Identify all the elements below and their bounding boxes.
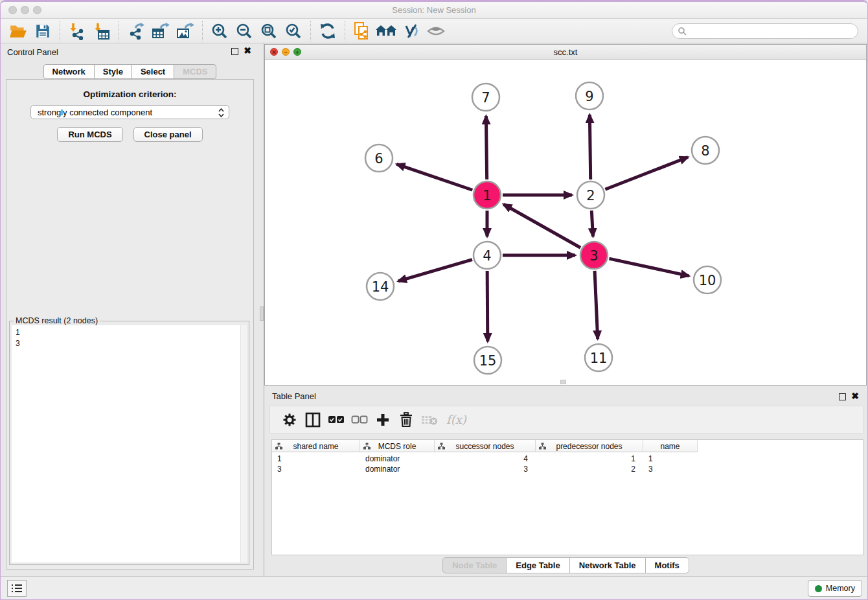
table-cell[interactable]: 1 xyxy=(536,454,643,464)
task-history-button[interactable] xyxy=(7,580,27,597)
hide-graphics-details-icon[interactable] xyxy=(400,21,422,41)
chevron-up-down-icon xyxy=(218,108,225,120)
graph-edge-2-3[interactable] xyxy=(591,211,593,237)
zoom-in-icon[interactable] xyxy=(209,21,231,41)
mcds-result-title: MCDS result (2 nodes) xyxy=(14,316,100,325)
delete-table-icon[interactable] xyxy=(418,409,441,431)
column-header-name[interactable]: name xyxy=(643,440,698,452)
node-table: shared nameMCDS rolesuccessor nodesprede… xyxy=(271,439,863,555)
apply-layout-icon[interactable] xyxy=(317,21,339,41)
table-panel-tabs: Node TableEdge TableNetwork TableMotifs xyxy=(264,557,867,573)
graph-edge-1-7[interactable] xyxy=(486,116,486,179)
show-columns-icon[interactable] xyxy=(325,409,348,431)
search-input[interactable] xyxy=(687,27,849,36)
zoom-fit-icon[interactable] xyxy=(258,21,280,41)
tab-mcds[interactable]: MCDS xyxy=(174,64,216,79)
graph-edge-3-1[interactable] xyxy=(503,204,580,248)
table-cell[interactable]: 4 xyxy=(435,454,536,464)
export-image-icon[interactable] xyxy=(174,21,196,41)
network-window-titlebar[interactable]: ✕ − + scc.txt xyxy=(265,45,866,60)
close-panel-button[interactable]: Close panel xyxy=(133,127,203,142)
split-panes-icon[interactable] xyxy=(301,409,325,431)
table-row[interactable]: 3dominator323 xyxy=(272,464,698,474)
open-session-icon[interactable] xyxy=(7,21,29,41)
mcds-result-textarea[interactable]: 1 3 xyxy=(12,325,247,562)
show-home-panels-icon[interactable] xyxy=(376,21,398,41)
table-cell[interactable]: 3 xyxy=(435,464,536,474)
node-table-header: shared nameMCDS rolesuccessor nodesprede… xyxy=(272,440,698,452)
graph-node-label-10: 10 xyxy=(699,273,716,288)
zoom-selected-icon[interactable] xyxy=(282,21,304,41)
graph-node-label-3: 3 xyxy=(589,248,598,264)
table-cell[interactable]: dominator xyxy=(360,464,435,474)
graph-edge-1-6[interactable] xyxy=(396,164,472,190)
table-cell[interactable]: 1 xyxy=(643,454,698,464)
show-hide-eye-icon[interactable] xyxy=(425,21,447,41)
hide-columns-icon[interactable] xyxy=(348,409,371,431)
network-canvas[interactable]: 1234678910111415 xyxy=(265,60,866,385)
graph-edge-2-9[interactable] xyxy=(589,115,590,179)
main-toolbar xyxy=(1,19,867,43)
export-table-icon[interactable] xyxy=(150,21,172,41)
run-mcds-button[interactable]: Run MCDS xyxy=(57,127,122,142)
column-header-mcds-role[interactable]: MCDS role xyxy=(360,440,435,452)
table-panel-float-icon[interactable] xyxy=(839,393,846,400)
tab-style[interactable]: Style xyxy=(94,64,132,79)
memory-button[interactable]: Memory xyxy=(808,580,862,597)
zoom-out-icon[interactable] xyxy=(233,21,255,41)
panel-divider[interactable] xyxy=(259,43,264,576)
clone-network-icon[interactable] xyxy=(351,21,373,41)
control-panel-close-icon[interactable]: ✖ xyxy=(244,46,251,55)
tab-select[interactable]: Select xyxy=(131,64,174,79)
table-row[interactable]: 1dominator411 xyxy=(272,454,698,464)
criterion-dropdown-value: strongly connected component xyxy=(38,108,152,117)
network-graph[interactable]: 1234678910111415 xyxy=(265,60,866,385)
table-cell[interactable]: dominator xyxy=(360,454,435,464)
table-toolbar: f(x) xyxy=(269,406,863,433)
delete-column-trash-icon[interactable] xyxy=(394,409,418,431)
table-cell[interactable]: 3 xyxy=(643,464,698,474)
table-panel: Table Panel ✖ f(x) xyxy=(264,388,867,576)
table-cell[interactable]: 3 xyxy=(272,464,360,474)
memory-button-label: Memory xyxy=(826,584,855,593)
graph-node-label-11: 11 xyxy=(590,351,608,366)
table-panel-title: Table Panel xyxy=(272,391,316,401)
graph-node-label-6: 6 xyxy=(374,151,383,167)
network-hscrollbar-thumb[interactable] xyxy=(560,380,566,384)
tab-motifs[interactable]: Motifs xyxy=(645,557,689,573)
save-session-icon[interactable] xyxy=(32,21,54,41)
graph-edge-2-8[interactable] xyxy=(605,157,688,190)
function-builder-icon[interactable]: f(x) xyxy=(446,413,466,426)
search-field[interactable] xyxy=(672,23,858,39)
graph-node-label-2: 2 xyxy=(586,188,595,203)
graph-edge-3-11[interactable] xyxy=(595,271,598,339)
add-column-icon[interactable] xyxy=(371,409,394,431)
graph-node-label-7: 7 xyxy=(481,90,490,106)
export-network-icon[interactable] xyxy=(125,21,147,41)
panel-divider-grip[interactable] xyxy=(260,306,264,321)
graph-node-label-1: 1 xyxy=(483,188,491,203)
column-header-shared-name[interactable]: shared name xyxy=(272,440,360,452)
graph-node-label-15: 15 xyxy=(479,353,497,369)
mcds-result-scrollbar[interactable] xyxy=(240,325,247,562)
column-header-predecessor-nodes[interactable]: predecessor nodes xyxy=(536,440,643,452)
tab-node-table[interactable]: Node Table xyxy=(442,557,507,573)
memory-status-icon xyxy=(815,585,822,592)
table-panel-close-icon[interactable]: ✖ xyxy=(851,391,859,400)
table-cell[interactable]: 2 xyxy=(536,464,643,474)
tab-edge-table[interactable]: Edge Table xyxy=(506,557,569,573)
tab-network-table[interactable]: Network Table xyxy=(569,557,646,573)
column-header-successor-nodes[interactable]: successor nodes xyxy=(435,440,536,452)
mcds-panel: Optimization criterion: strongly connect… xyxy=(6,79,254,570)
mcds-result-lines: 1 3 xyxy=(12,325,247,351)
graph-edge-4-14[interactable] xyxy=(398,260,472,281)
table-settings-gear-icon[interactable] xyxy=(278,409,301,431)
control-panel-float-icon[interactable] xyxy=(231,48,238,55)
criterion-dropdown[interactable]: strongly connected component xyxy=(30,105,229,119)
tab-network[interactable]: Network xyxy=(43,64,95,79)
graph-edge-4-15[interactable] xyxy=(487,271,488,341)
table-cell[interactable]: 1 xyxy=(272,454,360,464)
graph-edge-3-10[interactable] xyxy=(609,259,689,276)
import-network-icon[interactable] xyxy=(66,21,88,41)
import-table-icon[interactable] xyxy=(91,21,113,41)
